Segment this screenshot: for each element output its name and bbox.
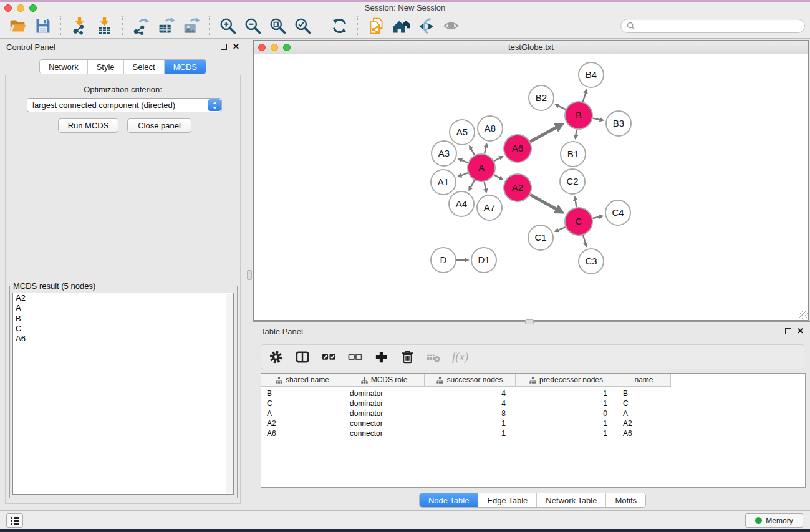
export-table-button[interactable] bbox=[153, 15, 178, 37]
table-row-a2[interactable]: A2connector11A2 bbox=[261, 418, 805, 428]
window-resize-grip[interactable] bbox=[799, 311, 808, 319]
apply-layout-button[interactable] bbox=[327, 15, 352, 37]
import-network-button[interactable] bbox=[67, 15, 92, 37]
task-history-button[interactable] bbox=[6, 513, 23, 528]
node-D[interactable]: D bbox=[431, 248, 456, 273]
search-input[interactable] bbox=[639, 22, 799, 31]
panel-split-divider[interactable] bbox=[246, 39, 253, 510]
optimization-criterion-dropdown[interactable]: largest connected component (directed) bbox=[27, 98, 222, 112]
column-header-successor-nodes[interactable]: successor nodes bbox=[425, 374, 516, 387]
add-column-button[interactable] bbox=[372, 348, 390, 365]
node-A5[interactable]: A5 bbox=[450, 120, 475, 145]
node-table[interactable]: shared name MCDS role successor nodes pr… bbox=[261, 373, 806, 488]
edge-C-C1[interactable] bbox=[556, 227, 566, 231]
tab-style[interactable]: Style bbox=[87, 60, 123, 74]
edge-A6-B[interactable] bbox=[530, 125, 562, 142]
node-A7[interactable]: A7 bbox=[477, 195, 502, 220]
result-item-a6[interactable]: A6 bbox=[13, 334, 233, 344]
close-panel-icon[interactable]: ✕ bbox=[797, 328, 804, 334]
export-network-button[interactable] bbox=[128, 15, 153, 37]
hide-selected-button[interactable] bbox=[413, 15, 438, 37]
float-panel-icon[interactable] bbox=[785, 328, 791, 334]
function-builder-button[interactable]: f(x) bbox=[452, 350, 468, 364]
edge-B-B3[interactable] bbox=[593, 118, 603, 120]
scrollbar-track[interactable] bbox=[226, 294, 233, 493]
node-C[interactable]: C bbox=[565, 208, 592, 235]
open-session-button[interactable] bbox=[5, 15, 30, 37]
node-A[interactable]: A bbox=[468, 154, 495, 181]
node-B1[interactable]: B1 bbox=[561, 142, 586, 167]
memory-button[interactable]: Memory bbox=[745, 513, 803, 528]
node-A6[interactable]: A6 bbox=[504, 135, 531, 162]
node-C1[interactable]: C1 bbox=[528, 225, 553, 250]
table-options-button[interactable] bbox=[268, 348, 285, 365]
delete-column-button[interactable] bbox=[398, 348, 416, 365]
result-item-b[interactable]: B bbox=[13, 314, 233, 324]
import-table-button[interactable] bbox=[92, 15, 117, 37]
result-item-a2[interactable]: A2 bbox=[13, 293, 233, 303]
edge-A-A6[interactable] bbox=[494, 157, 502, 161]
tab-edge-table[interactable]: Edge Table bbox=[478, 493, 536, 507]
zoom-fit-button[interactable] bbox=[265, 15, 290, 37]
result-item-a[interactable]: A bbox=[13, 303, 233, 313]
node-A8[interactable]: A8 bbox=[478, 116, 503, 141]
edge-B-B2[interactable] bbox=[556, 105, 566, 110]
node-C2[interactable]: C2 bbox=[560, 169, 585, 194]
node-C3[interactable]: C3 bbox=[579, 249, 604, 274]
zoom-in-button[interactable] bbox=[215, 15, 240, 37]
zoom-out-button[interactable] bbox=[240, 15, 265, 37]
export-image-button[interactable] bbox=[178, 15, 203, 37]
column-header-shared-name[interactable]: shared name bbox=[261, 374, 344, 387]
close-panel-button[interactable]: Close panel bbox=[127, 118, 191, 133]
tab-node-table[interactable]: Node Table bbox=[420, 493, 478, 507]
edge-A-A7[interactable] bbox=[485, 182, 486, 192]
delete-table-button[interactable] bbox=[425, 348, 442, 365]
select-all-button[interactable] bbox=[320, 348, 337, 365]
edge-A-A5[interactable] bbox=[470, 147, 475, 155]
table-row-b[interactable]: Bdominator41B bbox=[261, 389, 805, 399]
zoom-selected-button[interactable] bbox=[290, 15, 315, 37]
column-header-mcds-role[interactable]: MCDS role bbox=[344, 374, 425, 387]
node-C4[interactable]: C4 bbox=[605, 200, 630, 225]
first-neighbors-button[interactable] bbox=[388, 15, 413, 37]
edge-A-A1[interactable] bbox=[458, 173, 468, 177]
edge-A-A2[interactable] bbox=[494, 175, 503, 180]
tab-mcds[interactable]: MCDS bbox=[164, 60, 206, 74]
node-B2[interactable]: B2 bbox=[529, 85, 554, 110]
network-window-titlebar[interactable]: testGlobe.txt bbox=[254, 41, 808, 54]
edge-A-A3[interactable] bbox=[459, 159, 468, 163]
network-canvas[interactable]: B4B2BB3A5A8A6B1A3AA1C2A2A4A7C4CC1DD1C3 bbox=[254, 54, 808, 320]
run-mcds-button[interactable]: Run MCDS bbox=[58, 118, 118, 133]
tab-network[interactable]: Network bbox=[40, 60, 87, 74]
node-A4[interactable]: A4 bbox=[449, 191, 474, 216]
column-header-name[interactable]: name bbox=[617, 374, 671, 387]
table-row-c[interactable]: Cdominator41C bbox=[261, 399, 805, 409]
column-header-predecessor-nodes[interactable]: predecessor nodes bbox=[516, 374, 617, 387]
edge-A-A4[interactable] bbox=[469, 180, 475, 190]
edge-A-A8[interactable] bbox=[485, 144, 486, 154]
tab-select[interactable]: Select bbox=[123, 60, 164, 74]
edge-B-B4[interactable] bbox=[583, 90, 587, 102]
column-visibility-button[interactable] bbox=[294, 348, 311, 365]
node-A3[interactable]: A3 bbox=[432, 141, 456, 166]
node-D1[interactable]: D1 bbox=[471, 248, 496, 273]
node-B4[interactable]: B4 bbox=[579, 62, 604, 87]
float-panel-icon[interactable] bbox=[221, 44, 227, 50]
mcds-result-list[interactable]: A2ABCA6 bbox=[12, 293, 234, 495]
show-all-button[interactable] bbox=[438, 15, 463, 37]
tab-motifs[interactable]: Motifs bbox=[605, 493, 645, 507]
table-split-divider[interactable] bbox=[253, 321, 810, 322]
node-A2[interactable]: A2 bbox=[504, 174, 531, 201]
edge-B-B1[interactable] bbox=[576, 130, 577, 138]
edge-C-C3[interactable] bbox=[583, 235, 587, 246]
node-B[interactable]: B bbox=[565, 102, 592, 129]
divider-grip[interactable] bbox=[247, 270, 252, 280]
edge-C-C2[interactable] bbox=[575, 197, 576, 207]
result-item-c[interactable]: C bbox=[13, 324, 233, 334]
close-panel-icon[interactable]: ✕ bbox=[233, 44, 239, 50]
tab-network-table[interactable]: Network Table bbox=[536, 493, 605, 507]
edge-C-C4[interactable] bbox=[593, 216, 603, 218]
node-A1[interactable]: A1 bbox=[431, 170, 456, 195]
deselect-all-button[interactable] bbox=[346, 348, 364, 365]
node-B3[interactable]: B3 bbox=[606, 111, 631, 136]
